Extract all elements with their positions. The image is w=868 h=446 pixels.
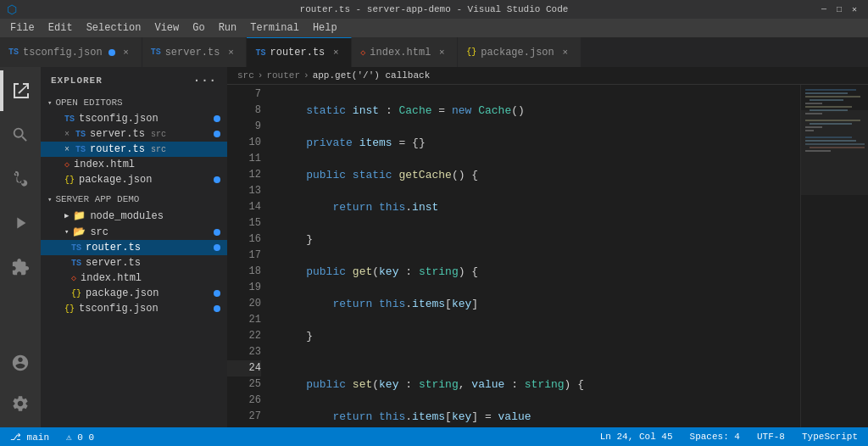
tab-tsconfig-close[interactable]: × xyxy=(120,46,133,59)
ts-icon: TS xyxy=(71,259,81,268)
breadcrumb-router[interactable]: router xyxy=(266,70,300,81)
activity-run[interactable] xyxy=(0,203,41,243)
open-editor-package-label: package.json xyxy=(79,174,152,186)
code-content[interactable]: static inst : Cache = new Cache() privat… xyxy=(270,85,800,427)
svg-rect-3 xyxy=(810,99,843,101)
open-editor-index[interactable]: ◇ index.html xyxy=(41,157,227,172)
server-label: server.ts xyxy=(86,257,141,269)
tab-router-close[interactable]: × xyxy=(329,46,342,59)
ts-icon: TS xyxy=(255,48,265,58)
status-spaces[interactable]: Spaces: 4 xyxy=(687,432,743,442)
minimize-button[interactable]: ─ xyxy=(817,3,831,16)
menu-file[interactable]: File xyxy=(3,20,42,36)
sidebar-src[interactable]: ▾ 📂 src xyxy=(41,224,227,240)
close-button[interactable]: ✕ xyxy=(848,3,861,16)
ts-icon: TS xyxy=(8,47,19,57)
json-icon: {} xyxy=(64,176,75,185)
activity-search[interactable] xyxy=(0,114,41,155)
status-cursor[interactable]: Ln 24, Col 45 xyxy=(597,432,676,442)
html-icon: ◇ xyxy=(64,159,70,170)
tab-tsconfig[interactable]: TS tsconfig.json × xyxy=(0,37,142,67)
sidebar: Explorer ··· ▾ OPEN EDITORS TS tsconfig.… xyxy=(41,67,227,427)
open-editor-router[interactable]: × TS router.ts src xyxy=(41,142,227,157)
menu-edit[interactable]: Edit xyxy=(42,20,80,36)
ts-icon: TS xyxy=(75,130,86,139)
menu-view[interactable]: View xyxy=(147,20,186,36)
sidebar-more[interactable]: ··· xyxy=(193,74,217,87)
tab-server-close[interactable]: × xyxy=(224,46,237,59)
svg-rect-2 xyxy=(805,96,860,98)
node-modules-label: node_modules xyxy=(90,210,163,222)
open-editor-router-label: router.ts src xyxy=(90,143,166,155)
activity-source-control[interactable] xyxy=(0,159,41,199)
activity-settings[interactable] xyxy=(0,383,41,424)
chevron-right-icon: ▶ xyxy=(64,211,69,220)
modified-indicator xyxy=(214,229,220,236)
activity-explorer[interactable] xyxy=(0,70,41,111)
svg-rect-7 xyxy=(805,113,822,114)
breadcrumb-callback[interactable]: app.get('/') callback xyxy=(313,70,431,81)
status-encoding[interactable]: UTF-8 xyxy=(754,432,788,442)
menu-selection[interactable]: Selection xyxy=(80,20,148,36)
tab-server-label: server.ts xyxy=(165,47,220,59)
json-icon: {} xyxy=(466,47,476,57)
open-editors-section[interactable]: ▾ OPEN EDITORS xyxy=(41,94,227,111)
tab-server[interactable]: TS server.ts × xyxy=(142,37,248,67)
sidebar-index[interactable]: ◇ index.html xyxy=(41,270,227,286)
close-icon[interactable]: × xyxy=(64,145,70,154)
sidebar-title: Explorer xyxy=(51,75,103,86)
tab-index-label: index.html xyxy=(370,47,431,59)
status-errors[interactable]: ⚠ 0 0 xyxy=(63,432,97,443)
maximize-button[interactable]: □ xyxy=(832,3,846,16)
json-icon: {} xyxy=(64,304,75,314)
tab-index[interactable]: ◇ index.html × xyxy=(352,37,458,67)
svg-rect-15 xyxy=(810,147,865,148)
html-icon: ◇ xyxy=(360,47,365,58)
sidebar-node-modules[interactable]: ▶ 📁 node_modules xyxy=(41,208,227,224)
menu-run[interactable]: Run xyxy=(212,20,244,36)
modified-indicator xyxy=(214,176,220,183)
title-bar: ⬡ router.ts - server-app-demo - Visual S… xyxy=(0,0,868,19)
tab-index-close[interactable]: × xyxy=(435,46,448,59)
title-controls: ─ □ ✕ xyxy=(817,3,861,16)
open-editor-tsconfig[interactable]: TS tsconfig.json xyxy=(41,111,227,126)
menu-go[interactable]: Go xyxy=(186,20,211,36)
close-icon[interactable]: × xyxy=(64,130,70,139)
open-editors-label: OPEN EDITORS xyxy=(55,98,122,108)
menu-terminal[interactable]: Terminal xyxy=(243,20,306,36)
open-editor-server[interactable]: × TS server.ts src xyxy=(41,126,227,142)
status-language[interactable]: TypeScript xyxy=(798,432,861,442)
sidebar-tsconfig[interactable]: {} tsconfig.json xyxy=(41,301,227,316)
index-label: index.html xyxy=(81,272,142,284)
svg-rect-4 xyxy=(805,103,822,104)
title-bar-left: ⬡ xyxy=(7,3,17,17)
project-label: SERVER APP DEMO xyxy=(55,194,139,204)
tab-package[interactable]: {} package.json × xyxy=(458,37,581,67)
status-bar: ⎇ main ⚠ 0 0 Ln 24, Col 45 Spaces: 4 UTF… xyxy=(0,427,868,446)
title-text: router.ts - server-app-demo - Visual Stu… xyxy=(300,4,569,14)
menu-bar: File Edit Selection View Go Run Terminal… xyxy=(0,19,868,37)
breadcrumb-src[interactable]: src xyxy=(237,70,254,81)
open-editor-package[interactable]: {} package.json xyxy=(41,172,227,187)
tab-package-close[interactable]: × xyxy=(559,46,572,59)
activity-extensions[interactable] xyxy=(0,247,41,287)
chevron-down-icon: ▾ xyxy=(47,195,52,204)
activity-account[interactable] xyxy=(0,343,41,383)
project-section[interactable]: ▾ SERVER APP DEMO xyxy=(41,191,227,208)
tsconfig-label: tsconfig.json xyxy=(79,303,159,315)
svg-rect-12 xyxy=(805,137,852,138)
sidebar-router[interactable]: TS router.ts xyxy=(41,240,227,255)
code-area: 7 8 9 10 11 12 13 14 15 16 17 18 19 20 2… xyxy=(227,85,868,427)
sidebar-server[interactable]: TS server.ts xyxy=(41,255,227,270)
menu-help[interactable]: Help xyxy=(306,20,344,36)
open-editor-server-label: server.ts src xyxy=(90,128,166,140)
modified-indicator xyxy=(214,131,220,137)
sidebar-package[interactable]: {} package.json xyxy=(41,286,227,301)
svg-rect-14 xyxy=(805,143,865,145)
status-branch[interactable]: ⎇ main xyxy=(7,432,53,443)
modified-indicator xyxy=(214,305,220,312)
svg-rect-0 xyxy=(805,89,856,91)
tab-router[interactable]: TS router.ts × xyxy=(247,37,352,67)
json-icon: {} xyxy=(71,289,81,298)
svg-rect-9 xyxy=(810,123,852,125)
